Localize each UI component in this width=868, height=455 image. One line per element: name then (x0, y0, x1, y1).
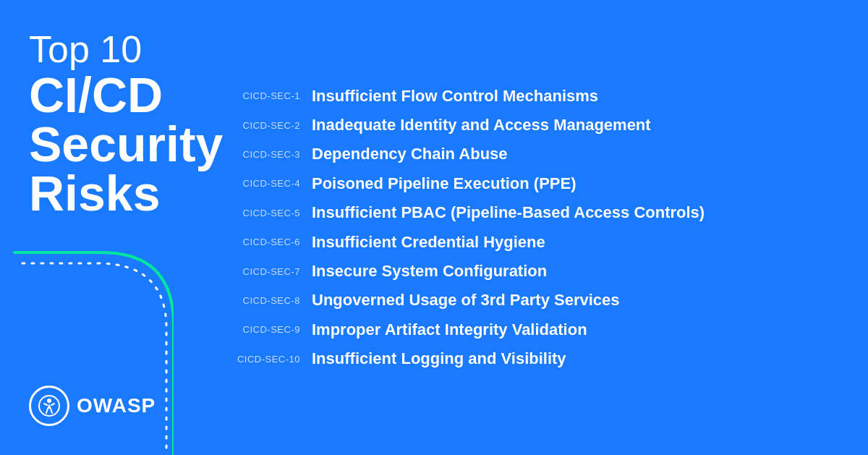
risk-name: Poisoned Pipeline Execution (PPE) (312, 174, 576, 193)
risks-label: Risks (29, 169, 195, 218)
risk-name: Improper Artifact Integrity Validation (312, 320, 587, 339)
risk-item: CICD-SEC-5Insufficient PBAC (Pipeline-Ba… (231, 200, 832, 226)
risk-item: CICD-SEC-7Insecure System Configuration (231, 258, 832, 284)
risk-name: Insufficient PBAC (Pipeline-Based Access… (312, 203, 705, 222)
risk-item: CICD-SEC-2Inadequate Identity and Access… (231, 112, 832, 138)
risk-name: Insufficient Credential Hygiene (312, 233, 545, 252)
risk-item: CICD-SEC-8Ungoverned Usage of 3rd Party … (231, 287, 832, 313)
risk-code: CICD-SEC-7 (231, 266, 300, 277)
risk-name: Insufficient Logging and Visibility (312, 349, 566, 368)
risk-name: Inadequate Identity and Access Managemen… (312, 116, 651, 135)
risk-item: CICD-SEC-6Insufficient Credential Hygien… (231, 229, 832, 255)
right-panel: CICD-SEC-1Insufficient Flow Control Mech… (217, 0, 868, 455)
risk-item: CICD-SEC-10Insufficient Logging and Visi… (231, 346, 832, 372)
risk-code: CICD-SEC-9 (231, 324, 300, 335)
risk-code: CICD-SEC-6 (231, 237, 300, 247)
risk-code: CICD-SEC-2 (231, 120, 300, 131)
risk-code: CICD-SEC-10 (231, 354, 300, 365)
left-panel: Top 10 CI/CD Security Risks OWASP (0, 0, 217, 455)
risk-item: CICD-SEC-1Insufficient Flow Control Mech… (231, 83, 832, 109)
risk-item: CICD-SEC-3Dependency Chain Abuse (231, 141, 832, 167)
risk-item: CICD-SEC-4Poisoned Pipeline Execution (P… (231, 171, 832, 197)
risk-code: CICD-SEC-8 (231, 295, 300, 306)
risk-name: Dependency Chain Abuse (312, 145, 508, 163)
svg-point-1 (47, 399, 51, 403)
risk-name: Insecure System Configuration (312, 262, 547, 281)
owasp-logo: OWASP (29, 386, 195, 426)
owasp-icon (38, 394, 61, 417)
top-10-label: Top 10 (29, 29, 195, 70)
owasp-text: OWASP (77, 394, 156, 417)
risk-code: CICD-SEC-3 (231, 149, 300, 160)
title-block: Top 10 CI/CD Security Risks (29, 29, 195, 218)
risk-item: CICD-SEC-9Improper Artifact Integrity Va… (231, 317, 832, 343)
risk-code: CICD-SEC-4 (231, 178, 300, 189)
risk-code: CICD-SEC-5 (231, 208, 300, 218)
risk-name: Insufficient Flow Control Mechanisms (312, 87, 598, 106)
security-label: Security (29, 119, 195, 169)
cicd-label: CI/CD (29, 70, 195, 119)
owasp-circle (29, 386, 69, 426)
risk-code: CICD-SEC-1 (231, 90, 300, 101)
risk-name: Ungoverned Usage of 3rd Party Services (312, 291, 620, 310)
